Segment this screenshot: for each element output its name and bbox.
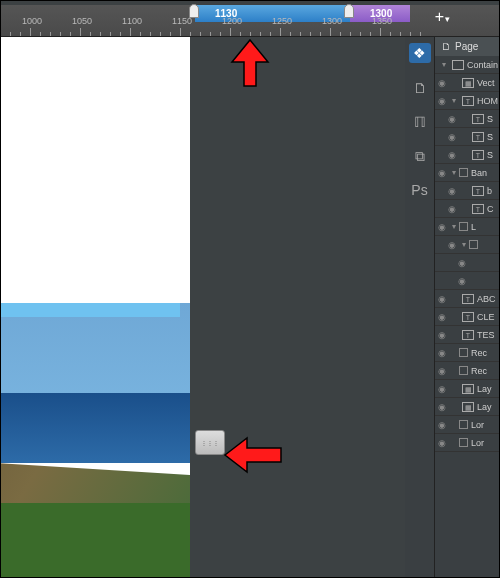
layer-checkbox-icon bbox=[459, 366, 468, 375]
layers-icon[interactable]: ❖ bbox=[409, 43, 431, 63]
layer-row[interactable]: ◉TS bbox=[435, 128, 500, 146]
ruler-tick bbox=[380, 28, 381, 36]
layer-type-icon: T bbox=[462, 312, 474, 322]
layer-checkbox-icon bbox=[459, 222, 468, 231]
visibility-icon[interactable]: ◉ bbox=[435, 168, 449, 178]
visibility-icon[interactable]: ◉ bbox=[435, 438, 449, 448]
visibility-icon[interactable]: ◉ bbox=[435, 222, 449, 232]
layer-row[interactable]: ◉TCLE bbox=[435, 308, 500, 326]
page-icon: 🗋 bbox=[441, 41, 451, 52]
visibility-icon[interactable]: ◉ bbox=[455, 258, 469, 268]
layer-label: S bbox=[487, 150, 500, 160]
layer-row[interactable]: ◉Lor bbox=[435, 434, 500, 452]
ruler-tick bbox=[180, 28, 181, 36]
visibility-icon[interactable]: ◉ bbox=[445, 204, 459, 214]
layer-row[interactable]: ◉▦Lay bbox=[435, 398, 500, 416]
layer-label: S bbox=[487, 114, 500, 124]
layer-checkbox-icon bbox=[459, 348, 468, 357]
layer-checkbox-icon bbox=[469, 240, 478, 249]
layer-label: Contain bbox=[467, 60, 500, 70]
layer-row[interactable]: ◉Lor bbox=[435, 416, 500, 434]
visibility-icon[interactable]: ◉ bbox=[445, 132, 459, 142]
layer-row[interactable]: ◉TABC bbox=[435, 290, 500, 308]
assets-icon[interactable]: 🗋 bbox=[411, 79, 429, 97]
visibility-icon[interactable]: ◉ bbox=[445, 150, 459, 160]
expand-icon[interactable]: ▾ bbox=[459, 240, 469, 249]
expand-icon[interactable]: ▾ bbox=[449, 168, 459, 177]
visibility-icon[interactable]: ◉ bbox=[435, 294, 449, 304]
layer-row[interactable]: ◉▾Ban bbox=[435, 164, 500, 182]
visibility-icon[interactable]: ◉ bbox=[455, 276, 469, 286]
visibility-icon[interactable]: ◉ bbox=[435, 384, 449, 394]
layer-type-icon: T bbox=[462, 96, 474, 106]
layer-label: Rec bbox=[471, 348, 500, 358]
layer-checkbox-icon bbox=[459, 438, 468, 447]
breakpoint-handle[interactable] bbox=[344, 4, 354, 18]
layer-label: b bbox=[487, 186, 500, 196]
canvas-width-handle[interactable]: ⋮⋮⋮ bbox=[195, 430, 225, 455]
ruler-tick bbox=[230, 28, 231, 36]
visibility-icon[interactable]: ◉ bbox=[435, 366, 449, 376]
ruler-tick bbox=[30, 28, 31, 36]
layer-label: Lay bbox=[477, 402, 500, 412]
right-panel: ❖🗋ℿ⧉Ps 🗋 Page ▾ Contain ◉▦Vect◉▾THOM◉TS◉… bbox=[405, 37, 500, 578]
layer-type-icon: T bbox=[472, 114, 484, 124]
layers-panel: 🗋 Page ▾ Contain ◉▦Vect◉▾THOM◉TS◉TS◉TS◉▾… bbox=[435, 37, 500, 578]
layers-panel-header[interactable]: 🗋 Page bbox=[435, 37, 500, 56]
layer-label: S bbox=[487, 132, 500, 142]
layer-row[interactable]: ◉▦Vect bbox=[435, 74, 500, 92]
layer-row[interactable]: ◉TS bbox=[435, 110, 500, 128]
tool-rail: ❖🗋ℿ⧉Ps bbox=[405, 37, 435, 578]
visibility-icon[interactable]: ◉ bbox=[435, 96, 449, 106]
photoshop-icon[interactable]: Ps bbox=[411, 181, 429, 199]
layer-checkbox-icon bbox=[459, 168, 468, 177]
layer-row[interactable]: ◉▾ bbox=[435, 236, 500, 254]
layer-label: Lor bbox=[471, 438, 500, 448]
expand-icon[interactable]: ▾ bbox=[449, 222, 459, 231]
canvas[interactable] bbox=[0, 37, 198, 578]
layer-type-icon: ▦ bbox=[462, 384, 474, 394]
layer-label: L bbox=[471, 222, 500, 232]
layer-label: C bbox=[487, 204, 500, 214]
responsive-ruler[interactable]: 1130 1300 + bbox=[0, 5, 500, 37]
layer-row[interactable]: ◉▦Lay bbox=[435, 380, 500, 398]
ruler-tick bbox=[130, 28, 131, 36]
layer-row[interactable]: ◉Rec bbox=[435, 344, 500, 362]
visibility-icon[interactable]: ◉ bbox=[445, 114, 459, 124]
visibility-icon[interactable]: ◉ bbox=[435, 312, 449, 322]
layer-checkbox-icon bbox=[459, 420, 468, 429]
layer-type-icon: ▦ bbox=[462, 78, 474, 88]
layer-row[interactable]: ◉Rec bbox=[435, 362, 500, 380]
page-label: Page bbox=[455, 41, 478, 52]
layer-type-icon: ▦ bbox=[462, 402, 474, 412]
layer-row[interactable]: ◉TC bbox=[435, 200, 500, 218]
visibility-icon[interactable]: ◉ bbox=[435, 348, 449, 358]
layer-row[interactable]: ◉Tb bbox=[435, 182, 500, 200]
layer-row[interactable]: ◉ bbox=[435, 272, 500, 290]
column-guides bbox=[0, 37, 190, 312]
visibility-icon[interactable]: ◉ bbox=[435, 330, 449, 340]
container-row[interactable]: ▾ Contain bbox=[435, 56, 500, 74]
layer-label: HOM bbox=[477, 96, 500, 106]
add-breakpoint-button[interactable]: + bbox=[435, 8, 450, 26]
library-icon[interactable]: ℿ bbox=[411, 113, 429, 131]
visibility-icon[interactable]: ◉ bbox=[435, 78, 449, 88]
ruler-tick bbox=[80, 28, 81, 36]
copy-icon[interactable]: ⧉ bbox=[411, 147, 429, 165]
layer-type-icon: T bbox=[472, 150, 484, 160]
visibility-icon[interactable]: ◉ bbox=[435, 402, 449, 412]
visibility-icon[interactable]: ◉ bbox=[445, 240, 459, 250]
layer-row[interactable]: ◉TS bbox=[435, 146, 500, 164]
visibility-icon[interactable]: ◉ bbox=[435, 420, 449, 430]
container-icon bbox=[452, 60, 464, 70]
annotation-arrow-left bbox=[223, 430, 283, 480]
layer-row[interactable]: ◉▾L bbox=[435, 218, 500, 236]
layer-row[interactable]: ◉ bbox=[435, 254, 500, 272]
ruler-tick bbox=[280, 28, 281, 36]
expand-icon[interactable]: ▾ bbox=[449, 96, 459, 105]
layer-row[interactable]: ◉▾THOM bbox=[435, 92, 500, 110]
layer-row[interactable]: ◉TTES bbox=[435, 326, 500, 344]
visibility-icon[interactable]: ◉ bbox=[445, 186, 459, 196]
layer-type-icon: T bbox=[472, 186, 484, 196]
chevron-down-icon: ▾ bbox=[439, 60, 449, 69]
